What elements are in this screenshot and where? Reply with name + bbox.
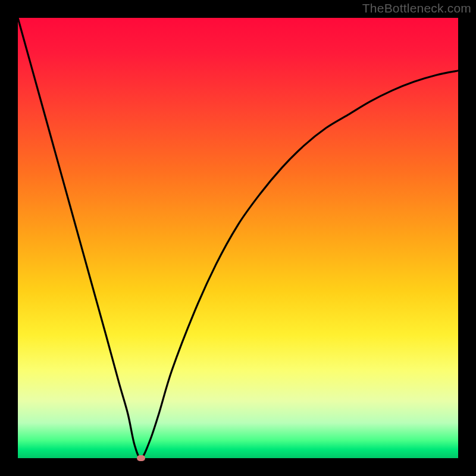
- optimum-marker: [137, 455, 145, 461]
- chart-frame: TheBottleneck.com: [0, 0, 476, 476]
- bottleneck-curve: [0, 0, 476, 476]
- watermark-text: TheBottleneck.com: [362, 1, 471, 15]
- curve-path: [18, 18, 458, 458]
